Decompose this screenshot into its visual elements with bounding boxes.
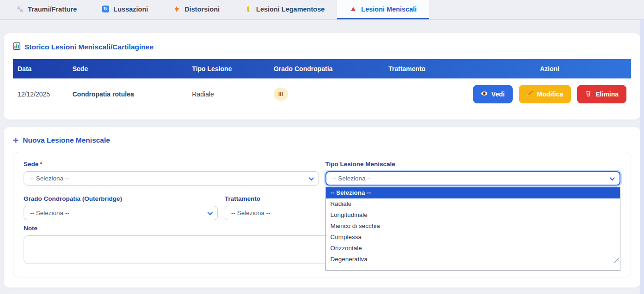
sede-field: Sede* -- Seleziona -- bbox=[24, 161, 319, 186]
col-header-azioni: Azioni bbox=[468, 59, 631, 78]
edit-button-label: Modifica bbox=[537, 90, 564, 98]
cell-azioni: Vedi Modifica bbox=[468, 78, 631, 110]
tab-lesioni-meniscali[interactable]: Lesioni Meniscali bbox=[337, 0, 429, 19]
lightning-icon bbox=[173, 6, 180, 13]
scrollbar-track[interactable] bbox=[640, 20, 644, 294]
cell-tipo-lesione: Radiale bbox=[187, 78, 269, 110]
grado-label: Grado Condropatia (Outerbridge) bbox=[24, 195, 218, 202]
tipo-lesione-select-value: -- Seleziona -- bbox=[332, 175, 372, 182]
tab-label: Distorsioni bbox=[184, 6, 220, 13]
tab-traumi-fratture[interactable]: Traumi/Fratture bbox=[4, 0, 89, 19]
bar-chart-icon bbox=[13, 42, 20, 52]
eye-icon bbox=[481, 90, 488, 98]
new-lesion-card: + Nuova Lesione Meniscale Sede* -- Selez… bbox=[4, 127, 640, 288]
trash-icon bbox=[585, 90, 592, 98]
tab-bar: Traumi/Fratture ↻ Lussazioni Distorsioni… bbox=[0, 0, 644, 20]
tab-label: Traumi/Fratture bbox=[28, 6, 77, 13]
view-button[interactable]: Vedi bbox=[473, 85, 513, 103]
table-row: 12/12/2025 Condropatia rotulea Radiale I… bbox=[13, 78, 631, 110]
form-title-text: Nuova Lesione Meniscale bbox=[23, 136, 110, 144]
col-header-sede: Sede bbox=[68, 59, 188, 78]
dropdown-option[interactable]: Complessa bbox=[326, 232, 620, 243]
tipo-lesione-field: Tipo Lesione Meniscale -- Seleziona -- -… bbox=[325, 161, 621, 186]
view-button-label: Vedi bbox=[491, 90, 505, 98]
tab-label: Lesioni Legamentose bbox=[256, 6, 325, 13]
col-header-data: Data bbox=[13, 59, 68, 78]
pencil-icon bbox=[527, 90, 534, 98]
rotation-icon: ↻ bbox=[102, 6, 109, 13]
tipo-lesione-label: Tipo Lesione Meniscale bbox=[325, 161, 621, 168]
tipo-lesione-dropdown: -- Seleziona -- Radiale Longitudinale Ma… bbox=[325, 187, 621, 271]
tab-lesioni-legamentose[interactable]: Lesioni Legamentose bbox=[232, 0, 337, 19]
cell-data: 12/12/2025 bbox=[13, 78, 68, 110]
dropdown-option[interactable]: Radiale bbox=[326, 198, 620, 210]
new-lesion-form: Sede* -- Seleziona -- Tipo Lesione Menis… bbox=[13, 152, 631, 277]
col-header-tipo-lesione: Tipo Lesione bbox=[187, 59, 269, 78]
history-table: Data Sede Tipo Lesione Grado Condropatia… bbox=[13, 59, 631, 110]
grado-select-value: -- Seleziona -- bbox=[30, 210, 69, 216]
sede-label: Sede* bbox=[24, 161, 319, 168]
plus-icon: + bbox=[13, 137, 18, 144]
tipo-lesione-select[interactable]: -- Seleziona -- bbox=[325, 171, 621, 186]
history-title-text: Storico Lesioni Meniscali/Cartilaginee bbox=[25, 43, 153, 51]
sede-select-value: -- Seleziona -- bbox=[30, 175, 69, 182]
delete-button[interactable]: Elimina bbox=[577, 85, 626, 103]
tab-label: Lussazioni bbox=[113, 6, 148, 13]
form-card-title: + Nuova Lesione Meniscale bbox=[13, 136, 631, 144]
tab-label: Lesioni Meniscali bbox=[361, 6, 417, 13]
chevron-down-icon bbox=[208, 210, 213, 215]
delete-button-label: Elimina bbox=[595, 90, 619, 98]
cell-sede: Condropatia rotulea bbox=[68, 78, 188, 110]
triangle-icon bbox=[350, 6, 357, 13]
tab-distorsioni[interactable]: Distorsioni bbox=[160, 0, 232, 19]
edit-button[interactable]: Modifica bbox=[519, 85, 571, 103]
required-asterisk: * bbox=[40, 161, 42, 168]
dropdown-option[interactable]: Orizzontale bbox=[326, 243, 620, 254]
chevron-down-icon bbox=[308, 175, 313, 180]
grado-select[interactable]: -- Seleziona -- bbox=[24, 206, 218, 220]
history-card: Storico Lesioni Meniscali/Cartilaginee D… bbox=[4, 33, 640, 120]
ribbon-icon bbox=[245, 6, 252, 13]
grado-field: Grado Condropatia (Outerbridge) -- Selez… bbox=[24, 195, 218, 220]
sede-select[interactable]: -- Seleziona -- bbox=[24, 171, 319, 186]
cell-grado-condropatia: III bbox=[269, 78, 384, 110]
tab-lussazioni[interactable]: ↻ Lussazioni bbox=[89, 0, 160, 19]
dropdown-option[interactable]: Manico di secchia bbox=[326, 221, 620, 232]
table-header-row: Data Sede Tipo Lesione Grado Condropatia… bbox=[13, 59, 631, 78]
resize-grip[interactable] bbox=[614, 258, 619, 263]
dropdown-option[interactable]: Degenerativa bbox=[326, 254, 620, 265]
col-header-trattamento: Trattamento bbox=[384, 59, 468, 78]
dropdown-option[interactable]: Longitudinale bbox=[326, 210, 620, 221]
bone-icon bbox=[16, 6, 24, 13]
grade-badge: III bbox=[274, 88, 288, 101]
trattamento-select-value: -- Seleziona -- bbox=[231, 210, 270, 216]
cell-trattamento bbox=[384, 78, 468, 110]
chevron-down-icon bbox=[610, 175, 615, 180]
history-card-title: Storico Lesioni Meniscali/Cartilaginee bbox=[13, 42, 631, 52]
dropdown-option[interactable]: -- Seleziona -- bbox=[326, 187, 620, 198]
col-header-grado-condropatia: Grado Condropatia bbox=[269, 59, 384, 78]
